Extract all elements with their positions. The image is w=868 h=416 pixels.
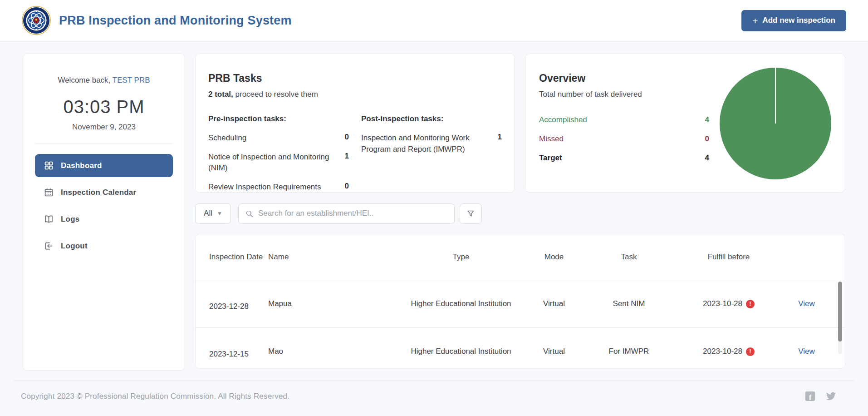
sidebar-divider [35, 144, 173, 144]
social-links: f [805, 391, 847, 401]
stat-label: Target [539, 154, 562, 163]
cell-task: Sent NIM [581, 298, 677, 310]
twitter-icon[interactable] [826, 392, 836, 401]
prb-tasks-card: PRB Tasks 2 total, proceed to resolve th… [195, 54, 515, 193]
pre-inspection-column: Pre-inspection tasks: Scheduling 0 Notic… [208, 114, 361, 201]
stat-value: 4 [705, 115, 709, 124]
tasks-card-subtitle: 2 total, proceed to resolve them [208, 90, 502, 99]
cell-name: Mapua [268, 298, 395, 310]
overview-card: Overview Total number of task delivered … [525, 54, 845, 193]
tasks-pie-chart [720, 68, 831, 179]
task-label: Inspection and Monitoring Work Program a… [361, 133, 491, 155]
stat-label: Accomplished [539, 115, 587, 124]
search-input[interactable] [258, 209, 448, 218]
table-row: 2023-12-28 Mapua Higher Educational Inst… [196, 280, 845, 328]
sidebar-item-label: Inspection Calendar [61, 188, 136, 197]
task-label: Scheduling [208, 133, 246, 144]
overview-title: Overview [539, 72, 720, 84]
post-inspection-heading: Post-inspection tasks: [361, 114, 502, 124]
username-link[interactable]: TEST PRB [113, 76, 150, 84]
sidebar-item-dashboard[interactable]: Dashboard [35, 154, 173, 177]
task-row: Review Inspection Requirements 0 [208, 182, 349, 193]
overdue-alert-icon: ! [746, 300, 755, 308]
pre-inspection-heading: Pre-inspection tasks: [208, 114, 361, 124]
sidebar-item-label: Dashboard [61, 161, 102, 170]
logout-icon [44, 241, 54, 251]
filter-row: All ▼ [195, 203, 845, 224]
view-link[interactable]: View [798, 347, 815, 356]
cell-name: Mao [268, 346, 395, 357]
cell-mode: Virtual [527, 346, 581, 357]
add-new-inspection-label: Add new inspection [762, 16, 835, 25]
stat-target: Target 4 [539, 154, 709, 163]
cell-task: For IMWPR [581, 346, 677, 357]
footer-divider [14, 381, 854, 381]
dropdown-value: All [204, 209, 212, 218]
cell-type: Higher Educational Institution [395, 298, 527, 310]
funnel-icon [466, 209, 475, 218]
brand: PRB Inspection and Monitoring System [22, 6, 292, 35]
task-count: 1 [345, 152, 349, 161]
facebook-icon[interactable]: f [805, 391, 815, 401]
sidebar-menu: Dashboard Inspection Calendar [23, 154, 185, 258]
task-count: 1 [498, 133, 502, 142]
task-count: 0 [345, 182, 349, 191]
scrollbar-thumb[interactable] [838, 282, 842, 342]
sidebar-item-label: Logout [61, 242, 88, 251]
welcome-text: Welcome back, TEST PRB [23, 76, 185, 85]
clock-date: November 9, 2023 [23, 123, 185, 132]
stat-accomplished: Accomplished 4 [539, 115, 709, 124]
cell-type: Higher Educational Institution [395, 346, 527, 357]
search-box [238, 203, 455, 224]
task-row: Scheduling 0 [208, 133, 349, 144]
sidebar-item-label: Logs [61, 215, 79, 224]
sidebar-item-logs[interactable]: Logs [35, 208, 173, 231]
view-link[interactable]: View [798, 299, 815, 308]
book-icon [44, 214, 54, 224]
task-row: Notice of Inspection and Monitoring (NIM… [208, 152, 349, 174]
category-dropdown[interactable]: All ▼ [195, 203, 231, 224]
sidebar: Welcome back, TEST PRB 03:03 PM November… [23, 54, 185, 371]
table-scrollbar [838, 282, 842, 354]
task-label: Review Inspection Requirements [208, 182, 321, 193]
task-row: Inspection and Monitoring Work Program a… [361, 133, 502, 155]
task-count: 0 [345, 133, 349, 142]
facebook-glyph: f [809, 394, 812, 401]
cell-mode: Virtual [527, 298, 581, 310]
overview-stats: Accomplished 4 Missed 0 Target 4 [539, 115, 709, 163]
calendar-icon [44, 188, 54, 197]
prc-seal-logo [22, 6, 51, 35]
column-header-fulfill-before: Fulfill before [677, 252, 781, 263]
sidebar-item-inspection-calendar[interactable]: Inspection Calendar [35, 181, 173, 204]
plus-icon: + [752, 16, 758, 25]
column-header-inspection-date: Inspection Date [209, 252, 268, 263]
task-label: Notice of Inspection and Monitoring (NIM… [208, 152, 338, 174]
stat-value: 0 [705, 134, 709, 144]
inspections-table: Inspection Date Name Type Mode Task Fulf… [195, 234, 845, 369]
filter-button[interactable] [460, 203, 482, 224]
prb-dashboard-page: PRB Inspection and Monitoring System + A… [0, 0, 868, 416]
app-header: PRB Inspection and Monitoring System + A… [0, 0, 868, 41]
table-body: 2023-12-28 Mapua Higher Educational Inst… [196, 280, 845, 357]
page-footer: Copyright 2023 © Professional Regulation… [0, 381, 868, 416]
table-header-row: Inspection Date Name Type Mode Task Fulf… [196, 234, 845, 280]
search-icon [245, 209, 254, 218]
tasks-total: 2 total, [208, 90, 233, 99]
fulfill-date: 2023-10-28 [703, 298, 742, 310]
clock-time: 03:03 PM [23, 97, 185, 117]
app-title: PRB Inspection and Monitoring System [59, 14, 292, 28]
copyright-text: Copyright 2023 © Professional Regulation… [21, 392, 289, 401]
column-header-name: Name [268, 252, 395, 263]
stat-value: 4 [705, 154, 709, 163]
stat-label: Missed [539, 134, 564, 144]
main-area: Welcome back, TEST PRB 03:03 PM November… [0, 41, 868, 371]
cell-fulfill-before: 2023-10-28 ! [677, 298, 781, 310]
grid-icon [44, 161, 54, 170]
add-new-inspection-button[interactable]: + Add new inspection [741, 10, 846, 31]
tasks-subtitle-rest: proceed to resolve them [233, 90, 318, 99]
column-header-task: Task [581, 252, 677, 263]
cell-fulfill-before: 2023-10-28 ! [677, 346, 781, 357]
post-inspection-column: Post-inspection tasks: Inspection and Mo… [361, 114, 502, 201]
welcome-prefix: Welcome back, [58, 76, 110, 84]
sidebar-item-logout[interactable]: Logout [35, 234, 173, 258]
